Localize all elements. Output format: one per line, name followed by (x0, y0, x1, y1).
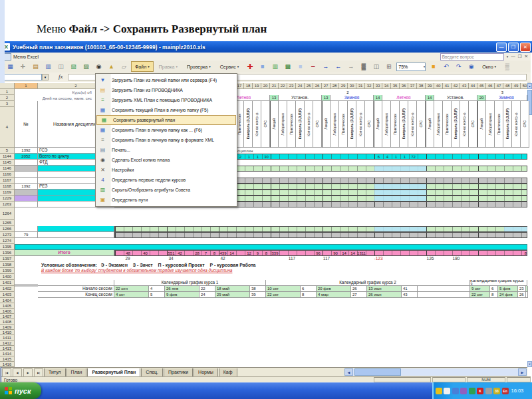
cell-col1-1144[interactable]: 2052 (15, 154, 38, 160)
cell-col2-1266[interactable] (38, 226, 114, 232)
cyan-separator-row[interactable] (15, 244, 527, 250)
row-header-1168[interactable]: 1168 (0, 184, 15, 190)
column-header-19[interactable]: 19 (253, 83, 261, 89)
row-header-1403[interactable]: 1403 (0, 292, 15, 298)
column-header-32[interactable]: 32 (365, 83, 374, 89)
column-header-49[interactable]: 49 (512, 83, 521, 89)
calendar-cell[interactable]: 29 май (215, 292, 250, 298)
row-header-1146[interactable]: 1146 (0, 166, 15, 172)
data-band-green-1266[interactable] (114, 226, 527, 232)
menu-item-camera[interactable]: ◉Сделать Excel копию плана (96, 155, 237, 165)
column-header-35[interactable]: 35 (391, 83, 400, 89)
menu-item-first-weeks[interactable]: 4Определить первые недели курсов (96, 175, 237, 185)
row-header-1400[interactable]: 1400 (0, 274, 15, 280)
column-header-28[interactable]: 28 (331, 83, 339, 89)
column-header-25[interactable]: 25 (305, 83, 313, 89)
row-header-1395[interactable]: 1395 (0, 244, 15, 250)
menu-item-settings[interactable]: ✕Настройки (96, 165, 237, 175)
menu-item-print[interactable]: ▤Печать... (96, 145, 237, 155)
column-header-34[interactable]: 34 (382, 83, 391, 89)
cell-col1-1263[interactable] (15, 201, 38, 207)
calendar-cell[interactable]: 18 май (215, 286, 250, 292)
sheet-tab-План[interactable]: План (66, 368, 87, 377)
column-header-24[interactable]: 24 (296, 83, 305, 89)
calendar-cell[interactable]: 9 фев (165, 292, 200, 298)
tray-purple-icon[interactable] (460, 388, 467, 394)
cell-col1-5[interactable]: 1392 (15, 148, 38, 154)
cell-col1-1167[interactable] (15, 178, 38, 184)
calendar-cell[interactable]: 27 (351, 292, 367, 298)
row-header-1412[interactable]: 1412 (0, 340, 15, 346)
calendar-cell[interactable]: 26 (351, 286, 367, 292)
row-header-1229[interactable]: 1229 (0, 196, 15, 201)
calendar-cell[interactable]: 38 (250, 286, 266, 292)
calendar-cell[interactable]: 41 (402, 286, 418, 292)
row-header-1411[interactable]: 1411 (0, 335, 15, 340)
tray-green-icon[interactable] (469, 388, 475, 394)
calendar-cell[interactable]: 5 фев (498, 286, 518, 292)
row-header-1144[interactable]: 1144 (0, 154, 15, 160)
tray-yellow-icon[interactable] (436, 388, 442, 394)
column-header-41[interactable]: 41 (443, 83, 452, 89)
row-header-1404[interactable]: 1404 (0, 298, 15, 303)
tray-white-icon[interactable] (444, 388, 450, 394)
calendar-cell[interactable]: 22 окт (470, 292, 490, 298)
row-header-3[interactable]: 3 (0, 101, 15, 107)
row-header-1407[interactable]: 1407 (0, 314, 15, 319)
cell-col1-1266[interactable] (15, 226, 38, 232)
cell-col1-1146[interactable] (15, 166, 38, 172)
calendar-cell[interactable]: 13 июн (367, 286, 402, 292)
row-header-1399[interactable]: 1399 (0, 268, 15, 274)
row-header-1398[interactable]: 1398 (0, 262, 15, 268)
calendar-cell[interactable]: 39 (250, 292, 266, 298)
column-header-46[interactable]: 46 (486, 83, 495, 89)
row-header-1402[interactable]: 1402 (0, 286, 15, 292)
cell-col1-1168[interactable]: 1392 (15, 184, 38, 190)
column-header-37[interactable]: 37 (408, 83, 417, 89)
calendar-cell[interactable]: 26 (518, 292, 526, 298)
row-header-1169[interactable]: 1169 (0, 190, 15, 196)
row-header-1167[interactable]: 1167 (0, 178, 15, 184)
menu-item-open-folder[interactable]: ▤Загрузить План из ПРОВОДНИКА (96, 85, 237, 95)
row-header-1265[interactable]: 1265 (0, 220, 15, 226)
session-weeks-cell[interactable]: 20 (477, 95, 486, 101)
tray-network-icon[interactable] (452, 388, 459, 394)
column-header-45[interactable]: 45 (477, 83, 486, 89)
session-weeks-cell[interactable]: 14 (426, 95, 434, 101)
row-header-1166[interactable]: 1166 (0, 172, 15, 178)
sheet-tab-Спец.[interactable]: Спец. (141, 368, 163, 377)
next-sheet-icon[interactable]: ▶ (23, 368, 33, 377)
horizontal-scrollbar-thumb[interactable] (354, 368, 401, 376)
column-header-40[interactable]: 40 (434, 83, 443, 89)
prev-sheet-icon[interactable]: ◀ (13, 368, 22, 377)
scroll-up-icon[interactable]: ▲ (527, 83, 532, 89)
tray-gray-icon[interactable] (485, 388, 492, 394)
calendar-cell[interactable]: 26 июн (367, 292, 402, 298)
kaspersky-icon[interactable]: K (477, 388, 483, 394)
row-header-1396[interactable]: 1396 (0, 250, 15, 256)
column-header-47[interactable]: 47 (495, 83, 503, 89)
column-header-1[interactable]: 1 (15, 83, 38, 89)
row-header-4[interactable]: 4 (0, 107, 15, 148)
cell-col1-1273[interactable]: 79 (15, 232, 38, 238)
session-weeks-cell[interactable]: 13 (322, 95, 331, 101)
column-header-21[interactable]: 21 (270, 83, 279, 89)
calendar-cell[interactable]: 24 фев (498, 292, 518, 298)
column-header-44[interactable]: 44 (469, 83, 477, 89)
calendar-cell[interactable]: 10 окт (266, 286, 301, 292)
column-header-48[interactable]: 48 (503, 83, 512, 89)
row-header-1410[interactable]: 1410 (0, 330, 15, 335)
sheet-tab-Практики[interactable]: Практики (164, 368, 193, 377)
calendar-cell[interactable]: 5 (149, 292, 165, 298)
calendar-cell[interactable]: 4 (149, 286, 165, 292)
row-header-1273[interactable]: 1273 (0, 232, 15, 238)
calendar-cell[interactable]: 6 (490, 286, 498, 292)
hscroll-left-icon[interactable]: ◀ (344, 368, 353, 376)
menu-item-toggle-attributes[interactable]: ▥Скрыть/Отобразить атрибуты Совета (96, 185, 237, 195)
row-header-5[interactable]: 5 (0, 148, 15, 154)
data-band-pink-1396[interactable]: 48405514228784391412983399690141413118 (114, 250, 527, 256)
calendar-cell[interactable]: 8 (490, 292, 498, 298)
calendar-cell[interactable]: 26 янв (165, 286, 200, 292)
menu-item-save-plan-as[interactable]: ▦Сохранить План в личную папку как ... (… (96, 125, 237, 135)
calendar-cell[interactable]: 22 окт (266, 292, 301, 298)
